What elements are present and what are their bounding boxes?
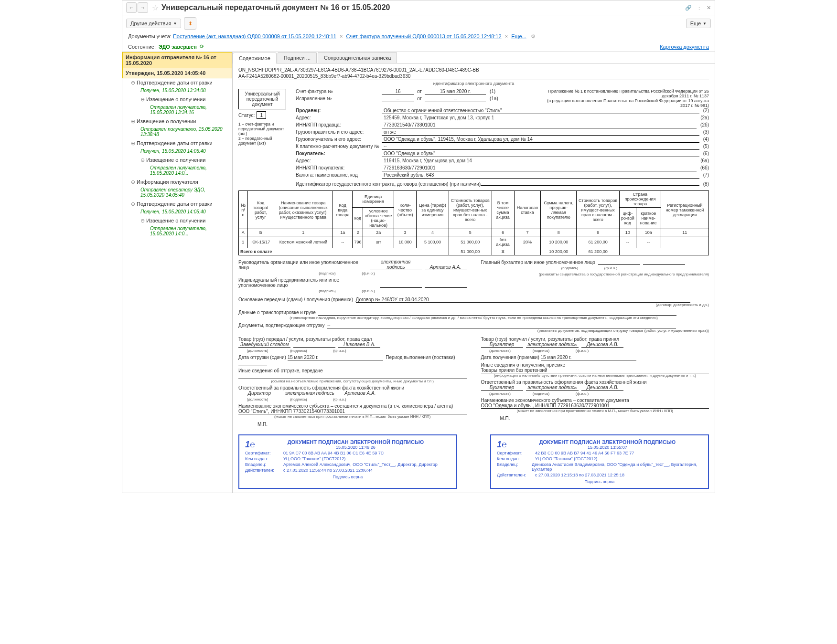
gear-icon[interactable]: ⚙ [531,33,536,39]
window-title: Универсальный передаточный документ № 16… [161,3,685,12]
field-value: ООО "Одежда и обувь", 119415, Москва г, … [382,137,699,143]
other-actions-button[interactable]: Другие действия▼ [126,19,181,28]
field-value: ООО "Одежда и обувь" [382,151,699,157]
field-label: Продавец: [296,108,382,113]
right-resp: Ответственный за правильность оформления… [481,380,709,385]
right-mp: М.П. [500,416,709,421]
gave-pos: Заведующий складом [238,342,290,348]
tree-status: Отправлен получателю, 15.05.2020 13:38:4… [122,126,232,139]
from-2: от [417,96,422,101]
gave-name: Николаев В.А. [338,342,380,348]
corr-date: -- [425,96,486,102]
nav-fwd[interactable]: → [138,2,148,13]
transfer-right: Товар (груз) получил / услуги, результат… [481,337,709,427]
left-resp: Ответственный за правильность оформления… [238,385,467,391]
star-icon[interactable]: ☆ [152,3,159,12]
acc-lbl: Главный бухгалтер или иное уполномоченно… [481,260,595,265]
link-icon[interactable]: 🔗 [685,5,692,11]
corr-no: -- [382,96,414,102]
field-label: Валюта: наименование, код [296,172,382,178]
right-claim: Товары принял без претензий [481,368,709,373]
right-note: Приложение № 1 к постановлению Правитель… [537,89,709,108]
corr-lbl: Исправление № [296,96,382,101]
right-pos2: Бухгалтер [481,385,523,391]
doc-id-1: ON_NSCHFDOPPR_2AL-A7303297-E6CA-4BD6-A73… [238,67,709,73]
tab-signatures[interactable]: Подписи ... [278,52,317,63]
got-pos: Бухгалтер [481,342,523,348]
tree-item[interactable]: ⊖Подтверждение даты отправки [122,200,232,209]
tab-content[interactable]: Содержимое [233,53,277,63]
field-value: он же [382,129,699,136]
basis-val: Договор № 246/ОУ от 30.04.2020 [356,297,690,303]
content-area: Содержимое Подписи ... Сопроводительная … [233,52,715,493]
field-num: (6а) [700,158,709,163]
field-label: Грузоотправитель и его адрес: [296,129,382,135]
inv-no: 16 [382,89,414,95]
tree-status: Получен, 15.05.2020 14:05:40 [122,209,232,216]
sidebar-header[interactable]: Информация отправителя № 16 от 15.05.202… [122,52,232,68]
head-org-lbl: Руководитель организации или иное уполно… [238,260,367,270]
tree-item[interactable]: ⊖Извещение о получении [122,156,232,165]
toolbar: Другие действия▼ ⬍ Еще▼ [122,15,715,32]
nav-back[interactable]: ← [126,2,137,13]
field-num: (2б) [700,122,709,127]
remove-link-2[interactable]: × [505,33,508,39]
head-sign: электронная подпись [370,259,421,270]
cap-fio-1: (ф.и.о.) [349,271,387,275]
field-num: (2а) [700,115,709,120]
left-dir: Директор [238,391,280,396]
trans-lbl: Данные о транспортировке и грузе [238,310,316,315]
doc-links-row: Документы учета: Поступление (акт, накла… [122,32,715,42]
from-1: от [417,89,422,94]
status-value: 1 [257,111,266,119]
left-dir-name: Артемов А.А. [339,391,381,396]
left-org-lbl: Наименование экономического субъекта – с… [238,403,467,409]
tree-item[interactable]: ⊖Информация получателя [122,178,232,187]
doclinks-label: Документы учета: [128,33,172,39]
doclink-1[interactable]: Поступление (акт, накладная) ОД00-000009… [173,33,336,39]
doclink-more[interactable]: Еще... [511,33,526,39]
tree-status: Отправлен оператору ЭДО, 15.05.2020 14:0… [122,187,232,200]
menu-icon[interactable]: ⋮ [697,5,702,11]
got-sign: электронная подпись [526,342,579,348]
tree-icon-button[interactable]: ⬍ [184,17,196,30]
close-icon[interactable]: ✕ [707,5,711,11]
right-org: ООО "Одежда и обувь", ИНН/КПП 7729163630… [481,403,709,409]
field-value: 7729163630/772901001 [382,165,697,171]
field-value [481,179,699,186]
tree-item[interactable]: ⊖Извещение о получении [122,216,232,225]
tree-status: Получен, 15.05.2020 14:05:40 [122,148,232,156]
titlebar: ← → ☆ Универсальный передаточный докумен… [122,0,715,15]
signature-stamp-right: 1℮ДОКУМЕНТ ПОДПИСАН ЭЛЕКТРОННОЙ ПОДПИСЬЮ… [490,434,709,489]
tree-item[interactable]: ⊖Подтверждение даты отправки [122,78,232,87]
cap-fio-2: (ф.и.о.) [349,289,387,293]
field-label: Адрес: [296,115,382,120]
tree-status: Получен, 15.05.2020 13:34:08 [122,87,232,95]
tree-item[interactable]: ⊖Подтверждение даты отправки [122,139,232,148]
field-label: Идентификатор государственного контракта… [296,181,481,187]
field-label: Покупатель: [296,151,382,156]
field-label: Адрес: [296,158,382,163]
items-table: № п/пКод товара/ работ, услугНаименовани… [238,190,709,255]
status-label: Статус: [238,113,255,118]
field-value: Общество с ограниченной ответственностью… [382,108,699,114]
head-name: Артемов А.А. [425,264,467,270]
tree-item[interactable]: ⊖Извещение о получении [122,95,232,104]
upd-box: Универсальный передаточный документ [238,89,286,109]
basis-lbl: Основание передачи (сдачи) / получения (… [238,297,353,302]
tree-item[interactable]: ⊖Извещение о получении [122,117,232,126]
right-sign2: электронная подпись [526,385,579,391]
ship-val: -- [327,323,676,328]
tab-note[interactable]: Сопроводительная записка [318,52,397,63]
inv-no-lbl: Счет-фактура № [296,89,382,94]
refresh-icon[interactable]: ⟳ [200,43,204,50]
doclink-2[interactable]: Счет-фактура полученный ОД00-000013 от 1… [346,33,501,39]
document-body: ON_NSCHFDOPPR_2AL-A7303297-E6CA-4BD6-A73… [233,63,715,493]
more-button[interactable]: Еще▼ [686,19,711,28]
remove-link-1[interactable]: × [340,33,343,39]
ship-cap: (реквизиты документов, подтверждающих от… [238,328,709,333]
field-num: (6) [703,151,709,156]
basis-cap: (договор; доверенность и др.) [238,303,709,307]
tree-status: Отправлен получателю, 15.05.2020 14:0... [122,165,232,178]
card-link[interactable]: Карточка документа [660,44,709,50]
